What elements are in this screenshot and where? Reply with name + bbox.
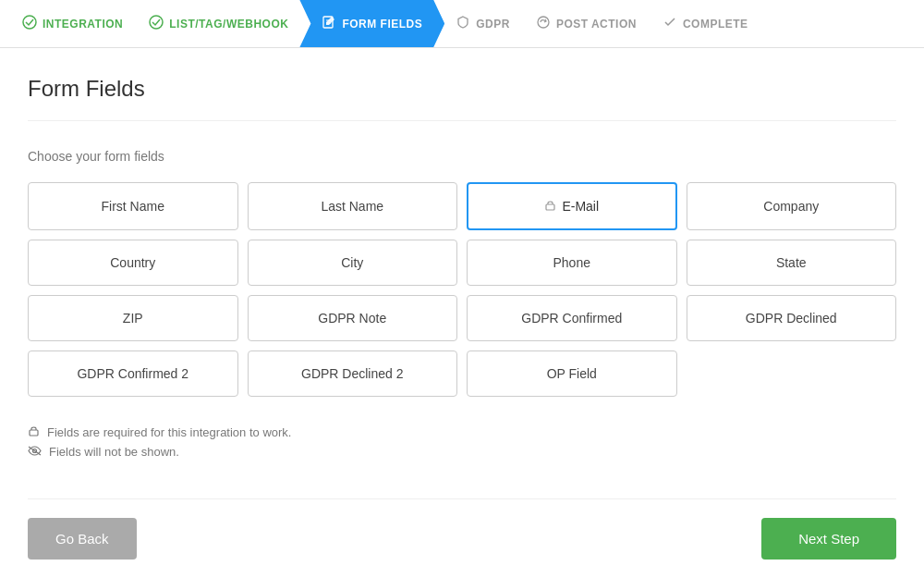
gdpr-confirmed-label: GDPR Confirmed [521, 311, 622, 326]
edit-icon [322, 15, 336, 32]
stepper: INTEGRATION LIST/TAG/WEBHOOK FORM FIELDS [0, 0, 924, 48]
step-list-tag-webhook[interactable]: LIST/TAG/WEBHOOK [136, 0, 301, 47]
step-complete[interactable]: COMPLETE [650, 0, 761, 47]
step-gdpr-label: GDPR [476, 18, 510, 31]
field-state[interactable]: State [687, 240, 897, 286]
field-op-field[interactable]: OP Field [467, 350, 677, 397]
field-company[interactable]: Company [687, 182, 897, 230]
op-field-label: OP Field [547, 366, 597, 381]
complete-check-icon [663, 15, 677, 32]
legend-hidden: Fields will not be shown. [28, 445, 896, 459]
field-gdpr-declined-2[interactable]: GDPR Declined 2 [248, 350, 458, 397]
svg-point-5 [538, 17, 549, 28]
gdpr-note-label: GDPR Note [318, 311, 386, 326]
step-post-action[interactable]: POST ACTION [523, 0, 650, 47]
legend-lock-icon [28, 424, 40, 439]
field-city[interactable]: City [248, 240, 458, 286]
legend-required: Fields are required for this integration… [28, 424, 896, 439]
field-phone[interactable]: Phone [467, 240, 677, 286]
state-label: State [776, 255, 807, 270]
field-first-name[interactable]: First Name [28, 182, 238, 230]
check-icon-2 [149, 15, 164, 32]
field-zip[interactable]: ZIP [28, 295, 238, 341]
first-name-label: First Name [102, 199, 164, 214]
step-integration-label: INTEGRATION [43, 18, 123, 31]
legend-hidden-text: Fields will not be shown. [49, 445, 179, 459]
step-post-action-label: POST ACTION [556, 18, 637, 31]
main-content: Form Fields Choose your form fields Firs… [0, 48, 924, 578]
legend-eye-slash-icon [28, 445, 42, 459]
city-label: City [341, 255, 363, 270]
step-gdpr[interactable]: GDPR [443, 0, 523, 47]
last-name-label: Last Name [321, 199, 383, 214]
gdpr-declined-label: GDPR Declined [746, 311, 837, 326]
step-form-fields-label: FORM FIELDS [342, 18, 422, 31]
lock-icon [544, 199, 556, 214]
page-title: Form Fields [28, 76, 896, 121]
email-label: E-Mail [562, 199, 599, 214]
gdpr-declined-2-label: GDPR Declined 2 [301, 366, 404, 381]
gdpr-confirmed-2-label: GDPR Confirmed 2 [77, 366, 188, 381]
phone-label: Phone [553, 255, 590, 270]
svg-point-0 [23, 16, 36, 29]
field-email[interactable]: E-Mail [467, 182, 677, 230]
field-gdpr-declined[interactable]: GDPR Declined [687, 295, 897, 341]
step-list-label: LIST/TAG/WEBHOOK [169, 18, 288, 31]
check-icon [22, 15, 37, 32]
field-gdpr-confirmed[interactable]: GDPR Confirmed [467, 295, 677, 341]
step-complete-label: COMPLETE [683, 18, 748, 31]
go-back-button[interactable]: Go Back [28, 518, 137, 560]
fields-grid: First Name Last Name E-Mail Company Coun… [28, 182, 896, 397]
footer: Go Back Next Step [28, 498, 896, 560]
legend-required-text: Fields are required for this integration… [47, 425, 291, 439]
post-action-icon [536, 15, 551, 32]
zip-label: ZIP [123, 311, 143, 326]
field-gdpr-confirmed-2[interactable]: GDPR Confirmed 2 [28, 350, 238, 397]
next-step-button[interactable]: Next Step [761, 518, 896, 560]
field-gdpr-note[interactable]: GDPR Note [248, 295, 458, 341]
section-label: Choose your form fields [28, 149, 896, 164]
field-last-name[interactable]: Last Name [248, 182, 458, 230]
field-country[interactable]: Country [28, 240, 238, 286]
step-integration[interactable]: INTEGRATION [9, 0, 136, 47]
country-label: Country [110, 255, 155, 270]
svg-point-1 [150, 16, 163, 29]
svg-rect-6 [546, 204, 554, 210]
shield-icon [456, 15, 470, 32]
legend: Fields are required for this integration… [28, 424, 896, 464]
svg-rect-7 [30, 430, 38, 436]
step-form-fields[interactable]: FORM FIELDS [299, 0, 444, 47]
company-label: Company [763, 199, 819, 214]
